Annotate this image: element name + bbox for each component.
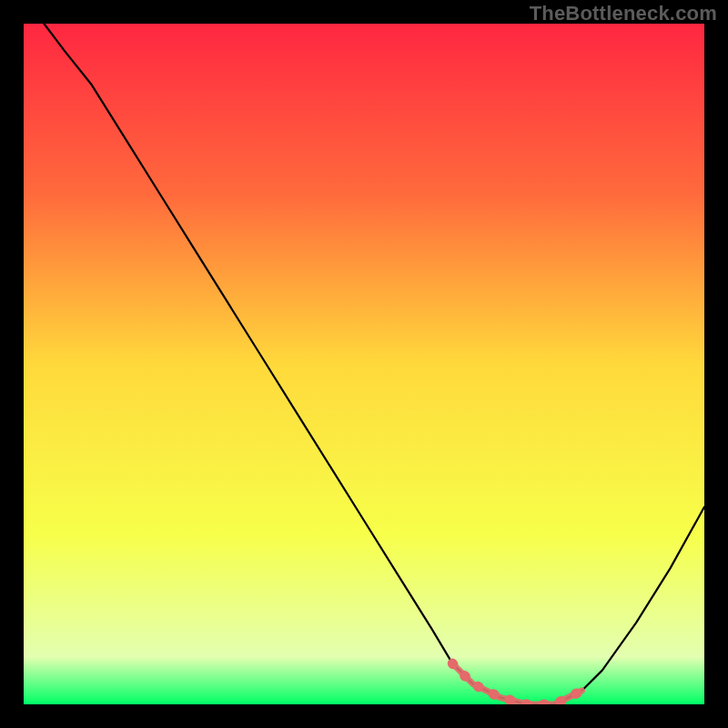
chart-background — [24, 24, 704, 704]
bottleneck-chart — [24, 24, 704, 704]
watermark-text: TheBottleneck.com — [530, 2, 717, 25]
chart-frame: TheBottleneck.com — [0, 0, 728, 728]
